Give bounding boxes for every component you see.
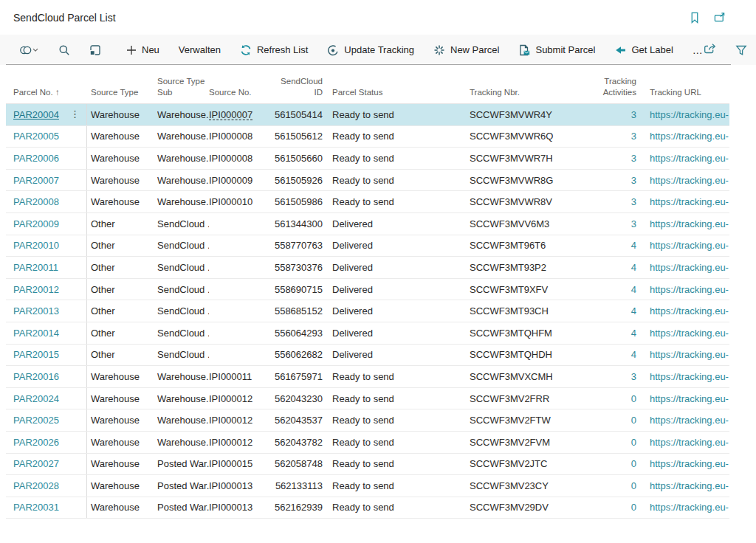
parcel-no-link[interactable]: PAR20015 bbox=[13, 349, 59, 360]
tracking-activities-cell[interactable]: 4 bbox=[598, 262, 639, 273]
tracking-activities-cell[interactable]: 4 bbox=[598, 240, 639, 251]
get-label-button[interactable]: Get Label bbox=[614, 44, 673, 56]
search-button[interactable] bbox=[58, 44, 70, 56]
table-row[interactable]: PAR20004⋮WarehouseWarehouse...IPI0000075… bbox=[6, 104, 729, 126]
parcel-no-link[interactable]: PAR20025 bbox=[13, 415, 59, 426]
source-no-link[interactable]: IPI000012 bbox=[209, 393, 252, 404]
source-no-link[interactable]: IPI000015 bbox=[209, 458, 252, 469]
parcel-no-link[interactable]: PAR20012 bbox=[13, 284, 59, 295]
table-row[interactable]: PAR20007WarehouseWarehouse...IPI00000956… bbox=[6, 170, 729, 192]
column-header-parcel-status[interactable]: Parcel Status bbox=[323, 87, 465, 98]
row-context-menu-icon[interactable]: ⋮ bbox=[70, 111, 80, 118]
column-header-source-no[interactable]: Source No. bbox=[209, 87, 269, 98]
tracking-activities-cell[interactable]: 3 bbox=[598, 175, 639, 186]
parcel-no-link[interactable]: PAR20005 bbox=[13, 131, 59, 142]
tracking-url-link[interactable]: https://tracking.eu- bbox=[650, 305, 729, 317]
views-menu-button[interactable] bbox=[19, 44, 39, 56]
parcel-no-link[interactable]: PAR20008 bbox=[13, 196, 59, 207]
tracking-url-link[interactable]: https://tracking.eu- bbox=[650, 328, 729, 339]
tracking-url-link[interactable]: https://tracking.eu- bbox=[650, 393, 729, 404]
column-header-parcel-no[interactable]: Parcel No. ↑ bbox=[6, 87, 87, 98]
manage-button[interactable]: Verwalten bbox=[179, 44, 221, 55]
parcel-no-link[interactable]: PAR20024 bbox=[13, 393, 59, 404]
table-row[interactable]: PAR20015OtherSendCloud ...556062682Deliv… bbox=[6, 345, 729, 367]
tracking-url-link[interactable]: https://tracking.eu- bbox=[650, 458, 729, 469]
table-row[interactable]: PAR20031WarehousePosted War...IPI0000135… bbox=[6, 497, 729, 519]
parcel-no-link[interactable]: PAR20009 bbox=[13, 218, 59, 229]
source-no-link[interactable]: IPI000011 bbox=[209, 371, 252, 382]
table-row[interactable]: PAR20005WarehouseWarehouse...IPI00000856… bbox=[6, 126, 729, 148]
parcel-no-link[interactable]: PAR20013 bbox=[13, 305, 59, 317]
tracking-activities-cell[interactable]: 4 bbox=[598, 284, 639, 295]
analysis-mode-button[interactable] bbox=[89, 44, 101, 56]
table-row[interactable]: PAR20016WarehouseWarehouse...IPI00001156… bbox=[6, 366, 729, 388]
parcel-no-link[interactable]: PAR20026 bbox=[13, 437, 59, 448]
source-no-link[interactable]: IPI000007 bbox=[209, 109, 252, 120]
tracking-url-link[interactable]: https://tracking.eu- bbox=[650, 109, 729, 120]
parcel-no-link[interactable]: PAR20014 bbox=[13, 328, 59, 339]
table-row[interactable]: PAR20006WarehouseWarehouse...IPI00000856… bbox=[6, 148, 729, 170]
source-no-link[interactable]: IPI000012 bbox=[209, 437, 252, 448]
table-row[interactable]: PAR20024WarehouseWarehouse...IPI00001256… bbox=[6, 388, 729, 410]
new-parcel-button[interactable]: New Parcel bbox=[433, 44, 499, 56]
table-row[interactable]: PAR20014OtherSendCloud ...556064293Deliv… bbox=[6, 322, 729, 345]
parcel-no-link[interactable]: PAR20028 bbox=[13, 480, 59, 491]
table-row[interactable]: PAR20010OtherSendCloud ...558770763Deliv… bbox=[6, 235, 729, 257]
column-header-source-type-sub[interactable]: Source Type Sub bbox=[157, 76, 209, 98]
bookmark-icon[interactable] bbox=[688, 11, 701, 24]
source-no-link[interactable]: IPI000008 bbox=[209, 131, 252, 142]
tracking-url-link[interactable]: https://tracking.eu- bbox=[650, 371, 729, 382]
tracking-url-link[interactable]: https://tracking.eu- bbox=[650, 349, 729, 360]
tracking-activities-cell[interactable]: 3 bbox=[598, 131, 639, 142]
submit-parcel-button[interactable]: Submit Parcel bbox=[518, 44, 595, 56]
table-row[interactable]: PAR20009OtherSendCloud ...561344300Deliv… bbox=[6, 213, 729, 235]
tracking-url-link[interactable]: https://tracking.eu- bbox=[650, 415, 729, 426]
tracking-url-link[interactable]: https://tracking.eu- bbox=[650, 131, 729, 142]
parcel-no-link[interactable]: PAR20031 bbox=[13, 502, 59, 513]
source-no-link[interactable]: IPI000012 bbox=[209, 415, 252, 426]
tracking-url-link[interactable]: https://tracking.eu- bbox=[650, 175, 729, 186]
tracking-activities-cell[interactable]: 4 bbox=[598, 328, 639, 339]
tracking-activities-cell[interactable]: 4 bbox=[598, 349, 639, 360]
table-row[interactable]: PAR20012OtherSendCloud ...558690715Deliv… bbox=[6, 279, 729, 301]
parcel-no-link[interactable]: PAR20010 bbox=[13, 240, 59, 251]
table-row[interactable]: PAR20008WarehouseWarehouse...IPI00001056… bbox=[6, 191, 729, 213]
column-header-sendcloud-id[interactable]: SendCloud ID bbox=[269, 76, 323, 98]
source-no-link[interactable]: IPI000013 bbox=[209, 502, 252, 513]
tracking-activities-cell[interactable]: 3 bbox=[598, 371, 639, 382]
parcel-no-link[interactable]: PAR20007 bbox=[13, 175, 59, 186]
update-tracking-button[interactable]: Update Tracking bbox=[327, 44, 414, 56]
tracking-activities-cell[interactable]: 0 bbox=[598, 393, 639, 404]
more-options-button[interactable]: … bbox=[693, 44, 704, 56]
column-header-tracking-url[interactable]: Tracking URL bbox=[639, 87, 729, 98]
share-button[interactable] bbox=[704, 43, 718, 58]
filter-button[interactable] bbox=[735, 44, 747, 56]
parcel-no-link[interactable]: PAR20004 bbox=[13, 109, 59, 120]
open-in-new-window-icon[interactable] bbox=[713, 11, 726, 24]
tracking-url-link[interactable]: https://tracking.eu- bbox=[650, 480, 729, 491]
tracking-activities-cell[interactable]: 3 bbox=[598, 109, 639, 120]
tracking-url-link[interactable]: https://tracking.eu- bbox=[650, 196, 729, 207]
tracking-url-link[interactable]: https://tracking.eu- bbox=[650, 262, 729, 273]
source-no-link[interactable]: IPI000013 bbox=[209, 480, 252, 491]
parcel-no-link[interactable]: PAR20016 bbox=[13, 371, 59, 382]
tracking-activities-cell[interactable]: 0 bbox=[598, 502, 639, 513]
column-header-source-type[interactable]: Source Type bbox=[87, 87, 157, 98]
table-row[interactable]: PAR20011OtherSendCloud ...558730376Deliv… bbox=[6, 257, 729, 279]
parcel-no-link[interactable]: PAR20027 bbox=[13, 458, 59, 469]
table-row[interactable]: PAR20027WarehousePosted War...IPI0000155… bbox=[6, 454, 729, 476]
tracking-activities-cell[interactable]: 3 bbox=[598, 153, 639, 164]
tracking-activities-cell[interactable]: 4 bbox=[598, 305, 639, 317]
tracking-url-link[interactable]: https://tracking.eu- bbox=[650, 218, 729, 229]
table-row[interactable]: PAR20025WarehouseWarehouse...IPI00001256… bbox=[6, 409, 729, 432]
tracking-url-link[interactable]: https://tracking.eu- bbox=[650, 240, 729, 251]
table-row[interactable]: PAR20026WarehouseWarehouse...IPI00001256… bbox=[6, 432, 729, 454]
new-button[interactable]: Neu bbox=[126, 44, 159, 55]
tracking-url-link[interactable]: https://tracking.eu- bbox=[650, 437, 729, 448]
tracking-url-link[interactable]: https://tracking.eu- bbox=[650, 502, 729, 513]
source-no-link[interactable]: IPI000009 bbox=[209, 175, 252, 186]
tracking-activities-cell[interactable]: 3 bbox=[598, 218, 639, 229]
tracking-url-link[interactable]: https://tracking.eu- bbox=[650, 153, 729, 164]
parcel-no-link[interactable]: PAR20006 bbox=[13, 153, 59, 164]
table-row[interactable]: PAR20028WarehousePosted War...IPI0000135… bbox=[6, 475, 729, 497]
